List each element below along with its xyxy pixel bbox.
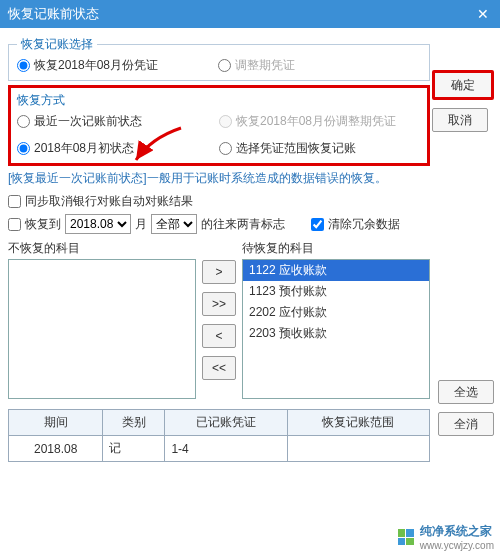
checkbox-sync-cancel[interactable]: 同步取消银行对账自动对账结果	[8, 193, 430, 210]
left-listbox[interactable]	[8, 259, 196, 399]
clear-all-button[interactable]: 全消	[438, 412, 494, 436]
radio-restore-adjust: 恢复2018年08月份调整期凭证	[219, 113, 421, 130]
move-right-button[interactable]: >	[202, 260, 236, 284]
col-category: 类别	[103, 410, 165, 436]
description-text: [恢复最近一次记账前状态]一般用于记账时系统造成的数据错误的恢复。	[8, 170, 430, 187]
restore-method-legend: 恢复方式	[17, 92, 421, 109]
list-item[interactable]: 2203 预收账款	[243, 323, 429, 344]
restore-select-legend: 恢复记账选择	[17, 36, 97, 53]
select-all-button[interactable]: 全选	[438, 380, 494, 404]
left-list-label: 不恢复的科目	[8, 240, 196, 257]
all-select[interactable]: 全部	[151, 214, 197, 234]
col-period: 期间	[9, 410, 103, 436]
close-icon[interactable]: ✕	[474, 5, 492, 23]
move-all-right-button[interactable]: >>	[202, 292, 236, 316]
col-range: 恢复记账范围	[287, 410, 429, 436]
right-listbox[interactable]: 1122 应收账款1123 预付账款2202 应付账款2203 预收账款	[242, 259, 430, 399]
checkbox-restore-to[interactable]: 恢复到	[8, 216, 61, 233]
checkbox-clear-redundant[interactable]: 清除冗余数据	[311, 216, 400, 233]
ok-button[interactable]: 确定	[432, 70, 494, 100]
watermark: 纯净系统之家 www.ycwjzy.com	[398, 523, 494, 551]
list-item[interactable]: 2202 应付账款	[243, 302, 429, 323]
restore-method-group: 恢复方式 最近一次记账前状态 恢复2018年08月份调整期凭证 2018年08月…	[8, 85, 430, 166]
list-item[interactable]: 1122 应收账款	[243, 260, 429, 281]
move-left-button[interactable]: <	[202, 324, 236, 348]
cancel-button[interactable]: 取消	[432, 108, 488, 132]
watermark-icon	[398, 529, 414, 545]
period-select[interactable]: 2018.08	[65, 214, 131, 234]
restore-select-group: 恢复记账选择 恢复2018年08月份凭证 调整期凭证	[8, 36, 430, 81]
table-row[interactable]: 2018.08 记 1-4	[9, 436, 430, 462]
move-all-left-button[interactable]: <<	[202, 356, 236, 380]
month-label: 月	[135, 216, 147, 233]
radio-adjust-vouchers[interactable]: 调整期凭证	[218, 57, 295, 74]
round-label: 的往来两青标志	[201, 216, 285, 233]
radio-restore-vouchers[interactable]: 恢复2018年08月份凭证	[17, 57, 158, 74]
radio-select-range[interactable]: 选择凭证范围恢复记账	[219, 140, 421, 157]
list-item[interactable]: 1123 预付账款	[243, 281, 429, 302]
radio-month-begin[interactable]: 2018年08月初状态	[17, 140, 219, 157]
col-posted: 已记账凭证	[165, 410, 287, 436]
right-list-label: 待恢复的科目	[242, 240, 430, 257]
dialog-title: 恢复记账前状态	[8, 5, 99, 23]
radio-last-state[interactable]: 最近一次记账前状态	[17, 113, 219, 130]
voucher-table: 期间 类别 已记账凭证 恢复记账范围 2018.08 记 1-4	[8, 409, 430, 462]
